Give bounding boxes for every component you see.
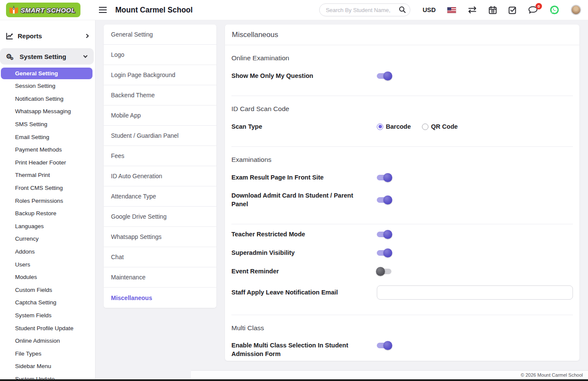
radio-qr-code[interactable] [422,124,428,130]
sidebar-item-custom-fields[interactable]: Custom Fields [0,284,95,297]
tab-miscellaneous[interactable]: Miscellaneous [104,288,216,308]
toggle-knob [383,341,392,350]
sidebar-item-general-setting[interactable]: General Setting [1,68,92,79]
sidebar-item-whatsapp-messaging[interactable]: Whatsapp Messaging [0,105,95,118]
group-heading: Online Examination [231,54,573,62]
staff-leave-email-input[interactable] [377,285,573,300]
tab-attendance-type[interactable]: Attendance Type [104,186,216,207]
tab-general-setting[interactable]: General Setting [104,25,216,45]
sidebar-item-front-cms-setting[interactable]: Front CMS Setting [0,182,95,195]
toggle-enable-multi-class[interactable] [377,343,391,348]
toggle-knob [383,195,392,204]
tab-backend-theme[interactable]: Backend Theme [104,85,216,105]
toggle-exam-result-page-front-site[interactable] [377,175,391,180]
sidebar-item-sms-setting[interactable]: SMS Setting [0,118,95,131]
tab-student-guardian-panel[interactable]: Student / Guardian Panel [104,126,216,146]
panel-title: Miscellaneous [225,25,579,45]
toggle-event-reminder[interactable] [377,269,391,274]
user-avatar[interactable] [571,5,581,15]
sidebar-item-captcha-setting[interactable]: Captcha Setting [0,296,95,309]
search-icon[interactable] [399,6,406,13]
book-pen-icon [9,5,19,15]
chat-icon[interactable]: 0 [528,6,538,14]
sidebar-item-languages[interactable]: Languages [0,220,95,233]
toggle-show-me-only-my-question[interactable] [377,73,391,79]
group-misc-options: Teacher Restricted Mode Superadmin Visib… [231,224,573,315]
setting-label: Staff Apply Leave Notification Email [231,288,377,297]
sidebar-item-payment-methods[interactable]: Payment Methods [0,143,95,156]
sidebar-item-backup-restore[interactable]: Backup Restore [0,207,95,220]
sidebar-item-label: Reports [18,32,42,40]
us-flag-icon[interactable] [447,7,456,13]
radio-option-qr-code[interactable]: QR Code [422,123,458,130]
toggle-knob [383,173,392,182]
calendar-icon[interactable] [489,6,497,14]
hamburger-icon[interactable] [99,9,107,11]
sidebar-item-email-setting[interactable]: Email Setting [0,130,95,143]
sidebar-item-print-header-footer[interactable]: Print Header Footer [0,156,95,169]
sidebar-item-system-fields[interactable]: System Fields [0,309,95,322]
content-area: General Setting Logo Login Page Backgrou… [95,20,588,381]
tab-id-auto-generation[interactable]: ID Auto Generation [104,166,216,186]
setting-label: Show Me Only My Question [231,71,377,80]
setting-label: Scan Type [231,122,377,131]
radio-barcode[interactable] [377,124,383,130]
group-heading: ID Card Scan Code [231,105,573,113]
scan-type-radio-group: Barcode QR Code [377,123,573,130]
sidebar-item-users[interactable]: Users [0,258,95,271]
toggle-knob [383,248,392,257]
whatsapp-icon[interactable] [550,5,559,15]
sidebar-item-label: System Setting [20,53,66,60]
tab-logo[interactable]: Logo [104,45,216,65]
sidebar-item-modules[interactable]: Modules [0,271,95,284]
currency-swap-icon[interactable] [468,6,477,13]
toggle-knob [376,267,385,276]
sidebar-item-thermal-print[interactable]: Thermal Print [0,169,95,182]
sidebar-item-system-setting[interactable]: ⚙⚙ System Setting [0,48,94,65]
tab-whatsapp-settings[interactable]: Whatsapp Settings [104,227,216,247]
logo-area[interactable]: SMART SCHOOL [0,3,95,17]
tab-maintenance[interactable]: Maintenance [104,267,216,288]
group-heading: Examinations [231,156,573,164]
logo-text: SMART SCHOOL [21,6,75,14]
main-sidebar: Reports ⚙⚙ System Setting General Settin… [0,20,95,381]
sidebar-item-addons[interactable]: Addons [0,245,95,258]
page-footer: © 2026 Mount Carmel School [191,370,588,379]
toggle-download-admit-card[interactable] [377,197,391,203]
student-search [319,3,410,16]
task-check-icon[interactable] [508,6,517,14]
tab-fees[interactable]: Fees [104,146,216,166]
system-setting-submenu: General Setting Session Setting Notifica… [0,68,95,381]
sidebar-item-file-types[interactable]: File Types [0,347,95,360]
tab-login-page-background[interactable]: Login Page Background [104,65,216,85]
sidebar-item-roles-permissions[interactable]: Roles Permissions [0,194,95,207]
group-examinations: Examinations Exam Result Page In Front S… [231,147,573,224]
page-title: Mount Carmel School [115,6,193,15]
setting-label: Teacher Restricted Mode [231,230,377,239]
setting-label: Event Reminder [231,267,377,276]
sidebar-item-online-admission[interactable]: Online Admission [0,335,95,347]
radio-option-barcode[interactable]: Barcode [377,123,411,130]
sidebar-item-reports[interactable]: Reports [0,27,95,44]
toggle-teacher-restricted-mode[interactable] [377,232,391,237]
horizontal-scrollbar[interactable] [0,379,588,381]
group-multi-class: Multi Class Enable Multi Class Selection… [231,315,573,371]
chat-count-badge: 0 [536,3,542,9]
sidebar-item-notification-setting[interactable]: Notification Setting [0,93,95,105]
chevron-right-icon [85,34,89,38]
sidebar-item-student-profile-update[interactable]: Student Profile Update [0,322,95,335]
currency-code[interactable]: USD [422,6,436,13]
tab-mobile-app[interactable]: Mobile App [104,105,216,126]
setting-label: Download Admit Card In Student / Parent … [231,191,377,209]
toggle-knob [383,71,392,81]
sidebar-item-currency[interactable]: Currency [0,232,95,245]
search-input[interactable] [319,3,410,16]
setting-label: Exam Result Page In Front Site [231,173,377,182]
gears-icon: ⚙⚙ [6,53,15,59]
sidebar-item-sidebar-menu[interactable]: Sidebar Menu [0,360,95,373]
tab-google-drive-setting[interactable]: Google Drive Setting [104,207,216,227]
toggle-superadmin-visibility[interactable] [377,250,391,256]
setting-label: Superadmin Visibility [231,248,377,257]
tab-chat[interactable]: Chat [104,247,216,267]
sidebar-item-session-setting[interactable]: Session Setting [0,80,95,93]
